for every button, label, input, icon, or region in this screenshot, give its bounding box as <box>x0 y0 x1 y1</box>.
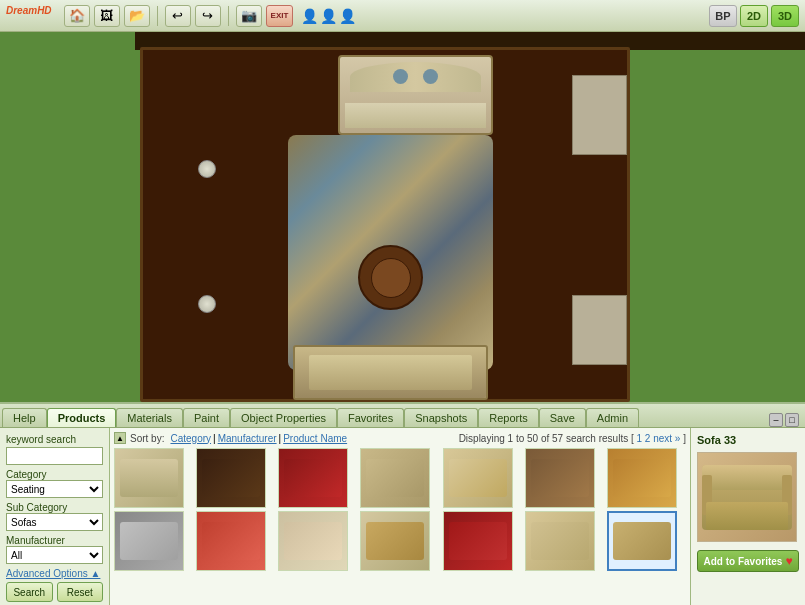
add-fav-label: Add to Favorites <box>703 556 782 567</box>
exit-button[interactable]: EXIT <box>266 5 294 27</box>
tab-favorites[interactable]: Favorites <box>337 408 404 427</box>
home-button[interactable]: 🏠 <box>64 5 90 27</box>
product-grid-container[interactable]: ▲ Sort by: Category | Manufacturer | Pro… <box>110 428 690 605</box>
sofa-object[interactable] <box>293 345 488 400</box>
product-item[interactable] <box>196 511 266 571</box>
product-item[interactable] <box>278 448 348 508</box>
logo-superscript: HD <box>37 5 51 16</box>
category-label: Category <box>6 469 103 480</box>
person-icons-group: 👤 👤 👤 <box>301 8 356 24</box>
3d-view-button[interactable]: 3D <box>771 5 799 27</box>
page-next-link[interactable]: next » <box>653 433 680 444</box>
toolbar-separator-1 <box>157 6 158 26</box>
product-item[interactable] <box>278 511 348 571</box>
category-select[interactable]: Seating <box>6 480 103 498</box>
search-panel: keyword search Category Seating Sub Cate… <box>0 428 110 605</box>
product-item[interactable] <box>443 511 513 571</box>
product-item-selected[interactable] <box>607 511 677 571</box>
product-item[interactable] <box>443 448 513 508</box>
bottom-content-area: keyword search Category Seating Sub Cate… <box>0 428 805 605</box>
sofa-back <box>702 465 792 490</box>
advanced-options-link[interactable]: Advanced Options ▲ <box>6 568 103 579</box>
bed-object[interactable] <box>338 55 493 135</box>
tab-bar: Help Products Materials Paint Object Pro… <box>0 404 805 428</box>
new-button[interactable]: 🖼 <box>94 5 120 27</box>
camera-button[interactable]: 📷 <box>236 5 262 27</box>
minimize-button[interactable]: – <box>769 413 783 427</box>
product-grid <box>114 448 686 571</box>
preview-product-title: Sofa 33 <box>697 434 799 446</box>
right-cabinet-bottom[interactable] <box>572 295 627 365</box>
logo-text: Dream <box>6 5 37 16</box>
page-2-link[interactable]: 2 <box>645 433 651 444</box>
manufacturer-label: Manufacturer <box>6 535 103 546</box>
person-icon-2[interactable]: 👤 <box>320 8 337 24</box>
coffee-table-inner <box>371 258 411 298</box>
floor-plan-view[interactable] <box>0 32 805 402</box>
search-button-row: Search Reset <box>6 582 103 602</box>
tab-reports[interactable]: Reports <box>478 408 539 427</box>
search-button[interactable]: Search <box>6 582 53 602</box>
sort-by-label: Sort by: <box>130 433 164 444</box>
product-item[interactable] <box>525 511 595 571</box>
sofa-seat <box>706 502 788 530</box>
heart-icon: ♥ <box>785 554 792 568</box>
page-1-link[interactable]: 1 <box>637 433 643 444</box>
add-to-favorites-button[interactable]: Add to Favorites ♥ <box>697 550 799 572</box>
product-item[interactable] <box>607 448 677 508</box>
view-mode-group: BP 2D 3D <box>709 5 799 27</box>
sort-sep-1: | <box>213 433 216 444</box>
tab-products[interactable]: Products <box>47 408 117 427</box>
lamp-1[interactable] <box>198 160 216 178</box>
product-grid-header: ▲ Sort by: Category | Manufacturer | Pro… <box>114 432 686 444</box>
coffee-table[interactable] <box>358 245 423 310</box>
sort-manufacturer-link[interactable]: Manufacturer <box>218 433 277 444</box>
maximize-button[interactable]: □ <box>785 413 799 427</box>
reset-button[interactable]: Reset <box>57 582 104 602</box>
preview-product-image <box>697 452 797 542</box>
tab-snapshots[interactable]: Snapshots <box>404 408 478 427</box>
subcategory-select[interactable]: Sofas <box>6 513 103 531</box>
bottom-panel: Help Products Materials Paint Object Pro… <box>0 402 805 605</box>
sort-sep-2: | <box>279 433 282 444</box>
lamp-2[interactable] <box>198 295 216 313</box>
main-toolbar: DreamHD 🏠 🖼 📂 ↩ ↪ 📷 EXIT 👤 👤 👤 BP 2D 3D <box>0 0 805 32</box>
person-icon-3[interactable]: 👤 <box>339 8 356 24</box>
sort-name-link[interactable]: Product Name <box>283 433 347 444</box>
keyword-search-input[interactable] <box>6 447 103 465</box>
tab-paint[interactable]: Paint <box>183 408 230 427</box>
person-icon-1[interactable]: 👤 <box>301 8 318 24</box>
product-item[interactable] <box>360 511 430 571</box>
subcategory-label: Sub Category <box>6 502 103 513</box>
tab-admin[interactable]: Admin <box>586 408 639 427</box>
product-item[interactable] <box>114 448 184 508</box>
right-cabinet-top[interactable] <box>572 75 627 155</box>
app-logo: DreamHD <box>6 5 52 26</box>
sofa-preview-shape <box>702 465 792 530</box>
redo-button[interactable]: ↪ <box>195 5 221 27</box>
bp-view-button[interactable]: BP <box>709 5 737 27</box>
preview-panel: Sofa 33 Add to Favorites ♥ <box>690 428 805 605</box>
undo-button[interactable]: ↩ <box>165 5 191 27</box>
product-item[interactable] <box>360 448 430 508</box>
tab-help[interactable]: Help <box>2 408 47 427</box>
room-canvas[interactable] <box>140 47 630 402</box>
keyword-search-label: keyword search <box>6 434 103 445</box>
tab-materials[interactable]: Materials <box>116 408 183 427</box>
toolbar-separator-2 <box>228 6 229 26</box>
product-item[interactable] <box>114 511 184 571</box>
manufacturer-select[interactable]: All <box>6 546 103 564</box>
scroll-up-arrow[interactable]: ▲ <box>114 432 126 444</box>
tab-save[interactable]: Save <box>539 408 586 427</box>
results-info: Displaying 1 to 50 of 57 search results … <box>459 433 686 444</box>
sort-category-link[interactable]: Category <box>170 433 211 444</box>
product-item[interactable] <box>525 448 595 508</box>
product-item[interactable] <box>196 448 266 508</box>
window-controls: – □ <box>769 413 803 427</box>
2d-view-button[interactable]: 2D <box>740 5 768 27</box>
tab-object-properties[interactable]: Object Properties <box>230 408 337 427</box>
open-button[interactable]: 📂 <box>124 5 150 27</box>
